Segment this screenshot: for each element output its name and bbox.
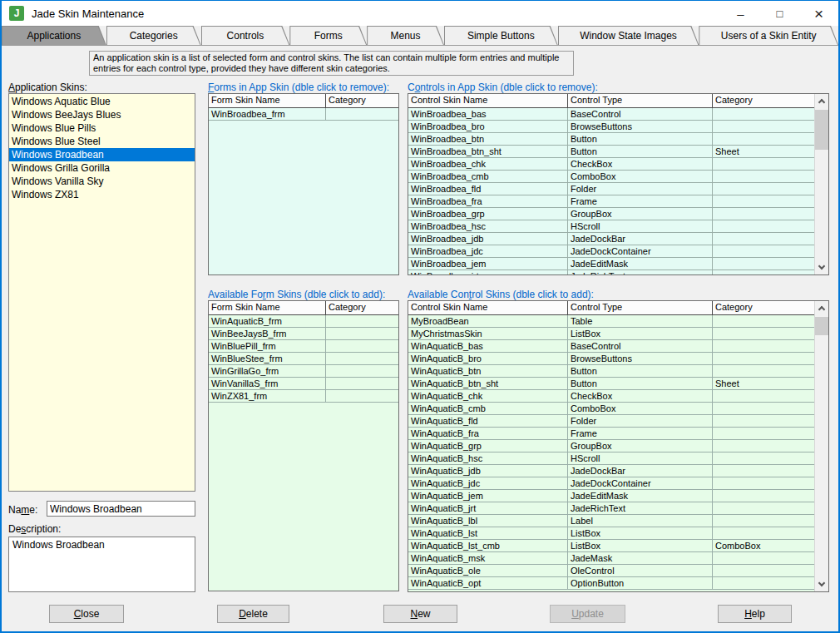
table-row[interactable]: WinBroadbea_bro BrowseButtons <box>408 121 814 133</box>
column-header[interactable]: Control Type <box>568 301 713 314</box>
table-row[interactable]: WinBroadbea_jrt JadeRichText <box>408 270 814 275</box>
table-row[interactable]: WinZX81_frm <box>209 390 398 403</box>
table-row[interactable]: WinBroadbea_chk CheckBox <box>408 158 814 171</box>
column-header[interactable]: Form Skin Name <box>209 94 326 107</box>
scroll-down-button[interactable] <box>815 261 828 274</box>
table-row[interactable]: WinBroadbea_fld Folder <box>408 183 814 195</box>
new-button[interactable]: New <box>383 605 457 623</box>
tab-simple-buttons[interactable]: Simple Buttons <box>444 26 558 45</box>
tab-categories[interactable]: Categories <box>106 26 201 45</box>
tab-forms[interactable]: Forms <box>289 26 367 45</box>
table-row[interactable]: WinBroadbea_fra Frame <box>408 195 814 208</box>
list-item[interactable]: Windows Blue Pills <box>9 121 195 135</box>
cell-control-skin-name: WinAquaticB_ole <box>408 565 568 576</box>
table-row[interactable]: WinVanillaS_frm <box>209 378 398 390</box>
table-row[interactable]: WinBeeJaysB_frm <box>209 328 398 340</box>
tab-controls[interactable]: Controls <box>201 26 290 45</box>
list-item[interactable]: Windows Aquatic Blue <box>9 95 195 108</box>
close-button[interactable]: Close <box>49 605 124 623</box>
cell-category <box>713 577 814 589</box>
name-input[interactable] <box>47 501 195 517</box>
table-row[interactable]: WinAquaticB_frm <box>209 315 398 328</box>
table-row[interactable]: WinAquaticB_msk JadeMask <box>408 552 814 565</box>
table-row[interactable]: WinAquaticB_chk CheckBox <box>408 390 814 403</box>
cell-control-type: Frame <box>568 195 713 207</box>
table-row[interactable]: WinAquaticB_lst_cmb ListBox ComboBox <box>408 540 814 552</box>
column-header[interactable]: Control Skin Name <box>408 301 568 314</box>
table-row[interactable]: WinBroadbea_btn Button <box>408 133 814 146</box>
table-row[interactable]: WinBroadbea_jem JadeEditMask <box>408 258 814 270</box>
help-button[interactable]: Help <box>718 605 792 623</box>
tab-window-state-images[interactable]: Window State Images <box>558 26 699 45</box>
tab-users-of-a-skin-entity[interactable]: Users of a Skin Entity <box>699 26 838 45</box>
available-control-skins-table[interactable]: Control Skin NameControl TypeCategory My… <box>408 300 829 592</box>
close-window-button[interactable]: × <box>799 1 838 26</box>
table-row[interactable]: WinAquaticB_jdb JadeDockBar <box>408 465 814 477</box>
column-header[interactable]: Control Type <box>568 94 713 107</box>
table-row[interactable]: WinGrillaGo_frm <box>209 365 398 378</box>
table-row[interactable]: WinAquaticB_fra Frame <box>408 428 814 440</box>
table-row[interactable]: WinAquaticB_hsc HScroll <box>408 452 814 465</box>
table-row[interactable]: MyChristmasSkin ListBox <box>408 328 814 340</box>
scrollbar-thumb[interactable] <box>815 317 828 335</box>
titlebar[interactable]: J Jade Skin Maintenance – □ × <box>2 1 838 26</box>
tab-applications[interactable]: Applications <box>2 26 106 45</box>
list-item[interactable]: Windows ZX81 <box>9 188 195 201</box>
tab-label: Categories <box>130 30 178 42</box>
available-form-skins-table[interactable]: Form Skin NameCategory WinAquaticB_frm W… <box>208 300 399 591</box>
vertical-scrollbar[interactable] <box>814 301 828 591</box>
table-row[interactable]: WinAquaticB_cmb ComboBox <box>408 403 814 415</box>
table-row[interactable]: WinAquaticB_bas BaseControl <box>408 340 814 353</box>
table-row[interactable]: WinAquaticB_ole OleControl <box>408 565 814 577</box>
table-row[interactable]: WinBroadbea_cmb ComboBox <box>408 171 814 183</box>
table-row[interactable]: WinAquaticB_btn Button <box>408 365 814 378</box>
table-row[interactable]: WinBroadbea_frm <box>209 108 398 121</box>
tab-menus[interactable]: Menus <box>367 26 444 45</box>
table-row[interactable]: MyBroadBean Table <box>408 315 814 328</box>
list-item[interactable]: Windows Blue Steel <box>9 135 195 148</box>
scroll-up-button[interactable] <box>815 94 828 107</box>
list-item[interactable]: Windows BeeJays Blues <box>9 108 195 121</box>
table-row[interactable]: WinAquaticB_jem JadeEditMask <box>408 490 814 502</box>
table-row[interactable]: WinAquaticB_btn_sht Button Sheet <box>408 378 814 390</box>
cell-category <box>713 552 814 564</box>
list-item[interactable]: Windows Broadbean <box>9 148 195 161</box>
table-row[interactable]: WinBroadbea_hsc HScroll <box>408 220 814 233</box>
list-item[interactable]: Windows Vanilla Sky <box>9 175 195 188</box>
controls-in-app-skin-table[interactable]: Control Skin NameControl TypeCategory Wi… <box>408 93 829 275</box>
column-header[interactable]: Category <box>326 301 398 314</box>
info-text: An application skin is a list of selecte… <box>89 51 574 76</box>
table-row[interactable]: WinBluePill_frm <box>209 340 398 353</box>
column-header[interactable]: Form Skin Name <box>209 301 326 314</box>
cell-form-skin-name: WinBroadbea_frm <box>209 108 326 120</box>
table-row[interactable]: WinAquaticB_lst ListBox <box>408 527 814 540</box>
vertical-scrollbar[interactable] <box>814 94 828 274</box>
column-header[interactable]: Category <box>713 301 814 314</box>
table-row[interactable]: WinAquaticB_jrt JadeRichText <box>408 502 814 515</box>
table-row[interactable]: WinAquaticB_opt OptionButton <box>408 577 814 590</box>
scroll-down-button[interactable] <box>815 578 828 591</box>
column-header[interactable]: Category <box>713 94 814 107</box>
forms-in-app-skin-table[interactable]: Form Skin NameCategory WinBroadbea_frm <box>208 93 399 275</box>
table-row[interactable]: WinAquaticB_jdc JadeDockContainer <box>408 477 814 490</box>
table-row[interactable]: WinBroadbea_jdc JadeDockContainer <box>408 245 814 258</box>
table-row[interactable]: WinAquaticB_fld Folder <box>408 415 814 428</box>
maximize-button[interactable]: □ <box>760 1 799 26</box>
column-header[interactable]: Category <box>326 94 398 107</box>
table-row[interactable]: WinAquaticB_bro BrowseButtons <box>408 353 814 365</box>
application-skins-list[interactable]: Windows Aquatic Blue Windows BeeJays Blu… <box>8 93 195 492</box>
table-row[interactable]: WinBroadbea_grp GroupBox <box>408 208 814 220</box>
table-row[interactable]: WinBlueStee_frm <box>209 353 398 365</box>
table-row[interactable]: WinAquaticB_lbl Label <box>408 515 814 527</box>
minimize-button[interactable]: – <box>721 1 760 26</box>
delete-button[interactable]: Delete <box>217 605 289 623</box>
table-row[interactable]: WinAquaticB_grp GroupBox <box>408 440 814 452</box>
scrollbar-thumb[interactable] <box>815 110 828 150</box>
table-row[interactable]: WinBroadbea_btn_sht Button Sheet <box>408 146 814 158</box>
table-row[interactable]: WinBroadbea_jdb JadeDockBar <box>408 233 814 245</box>
description-input[interactable]: Windows Broadbean <box>8 537 195 592</box>
table-row[interactable]: WinBroadbea_bas BaseControl <box>408 108 814 121</box>
list-item[interactable]: Windows Grilla Gorilla <box>9 161 195 175</box>
column-header[interactable]: Control Skin Name <box>408 94 568 107</box>
scroll-up-button[interactable] <box>815 301 828 314</box>
